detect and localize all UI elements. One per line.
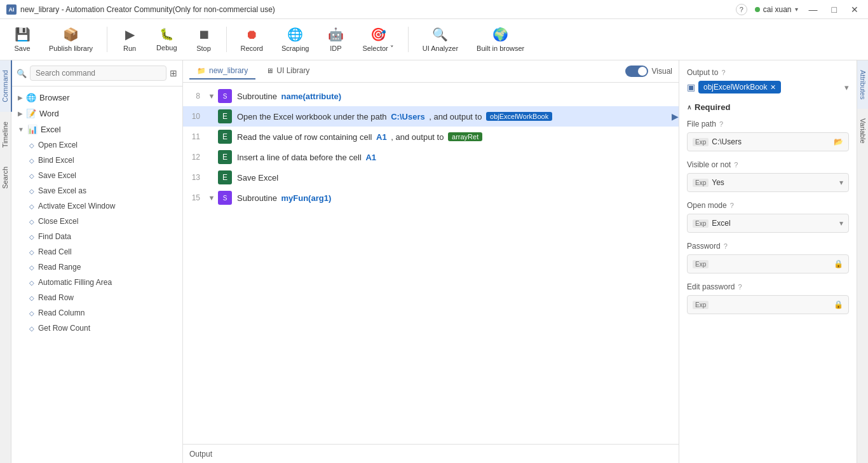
cmd-item-find-data[interactable]: ◇ Find Data — [11, 229, 182, 244]
code-line-11[interactable]: 11 E Read the value of row containing ce… — [183, 127, 679, 147]
visible-dropdown[interactable]: Exp Yes ▾ — [687, 173, 849, 192]
cmd-item-read-row[interactable]: ◇ Read Row — [11, 290, 182, 305]
password-input[interactable]: Exp 🔒 — [687, 254, 849, 273]
right-vtab-attributes[interactable]: Attributes — [857, 60, 869, 109]
app-title: new_library - Automation Creator Communi… — [20, 5, 275, 14]
toolbar-save[interactable]: 💾 Save — [6, 24, 38, 55]
tab-new-library[interactable]: 📁 new_library — [189, 63, 255, 79]
settings-icon[interactable]: ⊞ — [170, 68, 177, 78]
cmd-category-browser[interactable]: ▶ 🌐 Browser — [11, 90, 182, 106]
output-help-icon[interactable]: ? — [721, 69, 725, 76]
toolbar-idp[interactable]: 🤖 IDP — [320, 24, 351, 55]
visible-help-icon[interactable]: ? — [734, 161, 738, 169]
code-line-8: 8 ▼ S Subroutine name(attribute) — [183, 86, 679, 106]
right-vtab-variable[interactable]: Variable — [857, 109, 869, 153]
tab-ui-library[interactable]: 🖥 UI Library — [259, 63, 317, 79]
exp-badge-pwd: Exp — [693, 260, 709, 268]
word-category-label: Word — [39, 109, 59, 118]
browser-label: Built in browser — [477, 45, 524, 52]
file-path-input[interactable]: Exp C:\Users 📂 — [687, 132, 849, 151]
toolbar-selector[interactable]: 🎯 Selector ˅ — [355, 24, 401, 56]
output-tag-remove[interactable]: ✕ — [770, 83, 776, 92]
word-category-icon: 📝 — [26, 109, 36, 118]
toolbar-browser[interactable]: 🌍 Built in browser — [469, 24, 532, 55]
toolbar-divider-2 — [226, 27, 227, 52]
open-mode-dropdown[interactable]: Exp Excel ▾ — [687, 214, 849, 233]
cmd-item-open-excel[interactable]: ◇ Open Excel — [11, 137, 182, 153]
edit-password-lock-icon[interactable]: 🔒 — [834, 300, 843, 309]
edit-password-input[interactable]: Exp 🔒 — [687, 295, 849, 314]
sidebar-item-search[interactable]: Search — [0, 157, 12, 198]
cmd-item-save-excel-as[interactable]: ◇ Save Excel as — [11, 183, 182, 198]
sidebar-item-command[interactable]: Command — [0, 60, 12, 112]
toolbar-publish[interactable]: 📦 Publish library — [41, 24, 100, 55]
right-vtabs: Attributes Variable — [857, 60, 868, 463]
cmd-category-word[interactable]: ▶ 📝 Word — [11, 106, 182, 121]
visible-dropdown-icon[interactable]: ▾ — [839, 178, 843, 187]
diamond-icon: ◇ — [29, 157, 34, 164]
code-line-10[interactable]: 10 E Open the Excel workbook under the p… — [183, 106, 679, 127]
cmd-item-auto-fill[interactable]: ◇ Automatic Filling Area — [11, 275, 182, 290]
line-arrow-10[interactable]: ▶ — [672, 111, 679, 121]
subroutine-name-8: name(attribute) — [281, 92, 342, 101]
app-icon: AI — [6, 4, 17, 15]
password-lock-icon[interactable]: 🔒 — [834, 259, 843, 268]
toolbar-scraping[interactable]: 🌐 Scraping — [274, 24, 316, 55]
excel-arrow-icon: ▼ — [18, 126, 24, 133]
cmd-item-save-excel[interactable]: ◇ Save Excel — [11, 168, 182, 183]
code-line-12[interactable]: 12 E Insert a line of data before the ce… — [183, 147, 679, 167]
output-dropdown-icon[interactable]: ▾ — [844, 83, 849, 92]
open-mode-label: Open mode ? — [687, 201, 849, 210]
cmd-item-activate-excel-window[interactable]: ◇ Activate Excel Window — [11, 198, 182, 214]
tab-ui-library-label: UI Library — [276, 66, 309, 75]
search-input[interactable] — [30, 66, 166, 81]
cmd-item-read-column[interactable]: ◇ Read Column — [11, 305, 182, 321]
collapse-icon-15[interactable]: ▼ — [208, 194, 215, 202]
help-icon[interactable]: ? — [736, 4, 747, 15]
browser-arrow-icon: ▶ — [18, 94, 23, 101]
toolbar-stop[interactable]: ⏹ Stop — [188, 24, 220, 55]
line11-text1: Read the value of row containing cell — [237, 132, 374, 142]
password-help-icon[interactable]: ? — [724, 242, 728, 250]
collapse-icon-8[interactable]: ▼ — [208, 92, 215, 100]
close-button[interactable]: ✕ — [848, 3, 862, 16]
subroutine-text-8: Subroutine — [237, 92, 280, 101]
cmd-category-excel[interactable]: ▼ 📊 Excel — [11, 121, 182, 137]
user-dropdown-icon[interactable]: ▾ — [795, 6, 798, 13]
record-icon: ⏺ — [245, 27, 258, 42]
line-content-12: Insert a line of data before the cell A1 — [237, 153, 679, 162]
required-arrow-icon: ∧ — [687, 104, 691, 111]
open-mode-dropdown-icon[interactable]: ▾ — [839, 219, 843, 228]
code-line-13[interactable]: 13 E Save Excel — [183, 167, 679, 188]
line-controls-15: ▼ — [205, 194, 218, 202]
toolbar-ui-analyzer[interactable]: 🔍 UI Analyzer — [415, 24, 466, 55]
selector-label: Selector ˅ — [362, 45, 393, 53]
diamond-icon: ◇ — [29, 264, 34, 271]
visual-toggle-switch[interactable] — [625, 66, 648, 77]
toolbar-run[interactable]: ▶ Run — [114, 24, 146, 55]
open-mode-help-icon[interactable]: ? — [730, 202, 734, 209]
toolbar-record[interactable]: ⏺ Record — [233, 24, 271, 55]
cmd-item-read-cell[interactable]: ◇ Read Cell — [11, 244, 182, 259]
file-path-help-icon[interactable]: ? — [719, 120, 723, 128]
cmd-item-bind-excel[interactable]: ◇ Bind Excel — [11, 153, 182, 168]
diamond-icon: ◇ — [29, 325, 34, 332]
edit-password-field: Edit password ? Exp 🔒 — [687, 282, 849, 314]
required-label: Required — [695, 102, 730, 112]
sidebar-item-timeline[interactable]: Timeline — [0, 112, 12, 157]
edit-password-help-icon[interactable]: ? — [738, 283, 742, 291]
minimize-button[interactable]: — — [806, 3, 821, 16]
toolbar-divider-1 — [107, 27, 107, 52]
open-mode-field: Open mode ? Exp Excel ▾ — [687, 201, 849, 233]
browser-category-icon: 🌐 — [26, 93, 36, 102]
maximize-button[interactable]: □ — [829, 3, 840, 16]
line-number-13: 13 — [183, 173, 205, 182]
diamond-icon: ◇ — [29, 310, 34, 317]
cmd-item-read-range[interactable]: ◇ Read Range — [11, 259, 182, 275]
toolbar-debug[interactable]: 🐛 Debug — [149, 24, 184, 55]
editor-tabs: 📁 new_library 🖥 UI Library Visual — [183, 60, 679, 83]
file-browse-icon[interactable]: 📂 — [834, 137, 843, 146]
line-number-10: 10 — [183, 112, 205, 121]
cmd-item-get-row-count[interactable]: ◇ Get Row Count — [11, 321, 182, 336]
cmd-item-close-excel[interactable]: ◇ Close Excel — [11, 214, 182, 229]
